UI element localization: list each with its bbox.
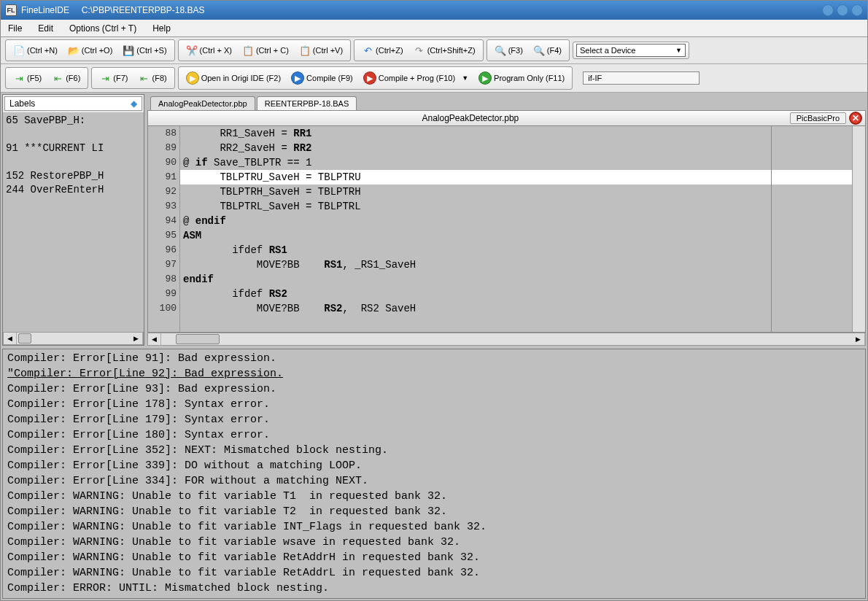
code-editor[interactable]: 888990919293949596979899100 RR1_SaveH = … <box>147 126 866 333</box>
code-line[interactable]: MOVE?BB RS2, RS2 SaveH <box>180 301 852 316</box>
line-number: 96 <box>148 243 177 257</box>
scroll-track[interactable] <box>17 333 130 344</box>
code-line[interactable]: TBLPTRH_SaveH = TBLPTRH <box>180 185 852 199</box>
scroll-thumb[interactable] <box>18 333 31 344</box>
label-item[interactable]: 244 OverReEnterH <box>6 183 141 197</box>
label-item[interactable] <box>6 155 141 169</box>
code-line[interactable]: RR2_SaveH = RR2 <box>180 141 852 155</box>
output-line[interactable]: Compiler: Error[Line 179]: Syntax error. <box>7 412 861 427</box>
output-line[interactable]: Compiler: Error[Line 178]: Syntax error. <box>7 397 861 412</box>
redo-button[interactable]: ↷(Ctrl+Shift+Z) <box>409 42 480 59</box>
output-line[interactable]: Compiler: WARNING: Unable to fit variabl… <box>7 565 861 581</box>
vertical-scrollbar[interactable] <box>852 126 865 332</box>
find-next-button[interactable]: 🔍(F4) <box>529 42 566 59</box>
menu-options[interactable]: Options (Ctrl + T) <box>66 22 139 35</box>
close-document-button[interactable]: ✕ <box>849 112 862 125</box>
find-button[interactable]: 🔍(F3) <box>490 42 527 59</box>
outdent-f6-button[interactable]: ⇤(F6) <box>47 69 85 87</box>
device-select[interactable]: Select a Device ▼ <box>576 44 686 57</box>
output-line[interactable]: Compiler: Error[Line 91]: Bad expression… <box>7 351 861 366</box>
chevron-down-icon: ▼ <box>675 47 682 54</box>
copy-button[interactable]: 📋(Ctrl + C) <box>238 42 293 59</box>
menu-edit[interactable]: Edit <box>35 22 56 35</box>
tab-row: AnalogPeakDetector.pbpREENTERPBP-18.BAS <box>147 94 866 110</box>
code-line[interactable]: endif <box>180 272 852 287</box>
paste-button[interactable]: 📋(Ctrl +V) <box>295 42 347 59</box>
label-item[interactable]: 152 RestorePBP_H <box>6 169 141 183</box>
indent-f5-button[interactable]: ⇥(F5) <box>9 69 46 87</box>
output-line[interactable]: Compiler: WARNING: Unable to fit variabl… <box>7 489 861 504</box>
output-line[interactable]: "Compiler: Error[Line 92]: Bad expressio… <box>7 366 861 381</box>
label-item[interactable]: 91 ***CURRENT LI <box>6 141 141 155</box>
titlebar[interactable]: FL FineLineIDE C:\PBP\REENTERPBP-18.BAS <box>1 1 867 20</box>
close-window-button[interactable] <box>851 4 863 16</box>
compile-prog-button[interactable]: ▶Compile + Prog (F10)▼ <box>359 69 473 88</box>
titlebar-text: FineLineIDE C:\PBP\REENTERPBP-18.BAS <box>21 5 822 15</box>
line-number: 99 <box>148 287 177 301</box>
label-item[interactable] <box>6 128 141 141</box>
upper-split: Labels ◆ 65 SavePBP_H: 91 ***CURRENT LI … <box>1 93 867 347</box>
scroll-track[interactable] <box>161 333 852 345</box>
compiler-output[interactable]: Compiler: Error[Line 91]: Bad expression… <box>3 349 865 598</box>
open-folder-icon: 📂 <box>68 44 80 56</box>
f8-button[interactable]: ⇤(F8) <box>134 69 171 87</box>
output-line[interactable]: Compiler: WARNING: Unable to fit variabl… <box>7 519 861 535</box>
minimize-button[interactable] <box>822 4 834 16</box>
labels-hscroll[interactable]: ◀ ▶ <box>3 332 144 345</box>
menu-help[interactable]: Help <box>150 22 174 35</box>
line-number: 91 <box>148 170 177 185</box>
chevron-down-icon[interactable]: ▼ <box>462 74 468 82</box>
output-line[interactable]: Compiler: WARNING: Unable to fit variabl… <box>7 550 861 565</box>
scroll-left-icon[interactable]: ◀ <box>148 333 161 345</box>
code-line[interactable]: RR1_SaveH = RR1 <box>180 126 852 141</box>
new-button[interactable]: 📄(Ctrl +N) <box>9 42 62 59</box>
open-button[interactable]: 📂(Ctrl +O) <box>63 42 117 59</box>
if-indicator: if-IF <box>583 71 700 85</box>
code-line[interactable]: @ if Save_TBLPTR == 1 <box>180 155 852 170</box>
f7-button[interactable]: ⇥(F7) <box>95 69 132 87</box>
menubar: File Edit Options (Ctrl + T) Help <box>1 20 867 37</box>
scroll-thumb[interactable] <box>176 334 220 344</box>
editor-hscroll[interactable]: ◀ ▶ <box>147 333 866 346</box>
labels-panel: Labels ◆ 65 SavePBP_H: 91 ***CURRENT LI … <box>2 94 144 346</box>
output-line[interactable]: Compiler: WARNING: Unable to fit variabl… <box>7 504 861 519</box>
menu-file[interactable]: File <box>5 22 25 35</box>
indent-left-icon: ⇤ <box>139 72 150 84</box>
output-line[interactable]: Compiler: ERROR: UNTIL: Mismatched block… <box>7 581 861 596</box>
label-item[interactable]: 65 SavePBP_H: <box>6 114 141 128</box>
labels-list[interactable]: 65 SavePBP_H: 91 ***CURRENT LI 152 Resto… <box>3 112 144 332</box>
compile-button[interactable]: ▶Compile (F9) <box>287 69 357 88</box>
output-line[interactable]: Compiler: Error[Line 180]: Syntax error. <box>7 427 861 443</box>
code-line[interactable]: MOVE?BB RS1, _RS1_SaveH <box>180 257 852 272</box>
editor-tab[interactable]: REENTERPBP-18.BAS <box>257 96 357 110</box>
scroll-right-icon[interactable]: ▶ <box>130 333 143 344</box>
editor-tab[interactable]: AnalogPeakDetector.pbp <box>150 96 255 110</box>
scroll-left-icon[interactable]: ◀ <box>4 333 17 344</box>
output-panel: Compiler: Error[Line 91]: Bad expression… <box>2 349 866 599</box>
output-line[interactable]: Compiler: WARNING: Unable to fit variabl… <box>7 535 861 550</box>
line-number: 93 <box>148 199 177 214</box>
code-line[interactable]: TBLPTRU_SaveH = TBLPTRU <box>180 170 852 185</box>
code-body[interactable]: RR1_SaveH = RR1 RR2_SaveH = RR2@ if Save… <box>180 126 852 332</box>
output-line[interactable]: Compiler: Error[Line 352]: NEXT: Mismatc… <box>7 443 861 458</box>
language-badge[interactable]: PicBasicPro <box>790 112 846 124</box>
save-disk-icon: 💾 <box>123 44 134 56</box>
program-only-button[interactable]: ▶Program Only (F11) <box>474 69 569 88</box>
open-origi-ide-button[interactable]: ▶Open in Origi IDE (F2) <box>182 69 285 88</box>
output-line[interactable]: Compiler: Error[Line 93]: Bad expression… <box>7 381 861 397</box>
output-line[interactable]: Compiler: Error[Line 339]: DO without a … <box>7 458 861 473</box>
output-line[interactable]: Compiler: Error[Line 334]: FOR without a… <box>7 473 861 489</box>
code-line[interactable]: @ endif <box>180 214 852 228</box>
code-line[interactable]: ASM <box>180 228 852 243</box>
code-line[interactable]: ifdef RS1 <box>180 243 852 257</box>
cut-button[interactable]: ✂️(Ctrl + X) <box>182 42 236 59</box>
indent-right-icon: ⇥ <box>99 72 111 84</box>
line-number: 95 <box>148 228 177 243</box>
code-line[interactable]: TBLPTRL_SaveH = TBLPTRL <box>180 199 852 214</box>
code-line[interactable]: ifdef RS2 <box>180 287 852 301</box>
undo-button[interactable]: ↶(Ctrl+Z) <box>357 42 408 59</box>
save-button[interactable]: 💾(Ctrl +S) <box>118 42 171 59</box>
labels-dropdown[interactable]: Labels ◆ <box>4 96 142 111</box>
scroll-right-icon[interactable]: ▶ <box>852 333 865 345</box>
maximize-button[interactable] <box>837 4 848 16</box>
